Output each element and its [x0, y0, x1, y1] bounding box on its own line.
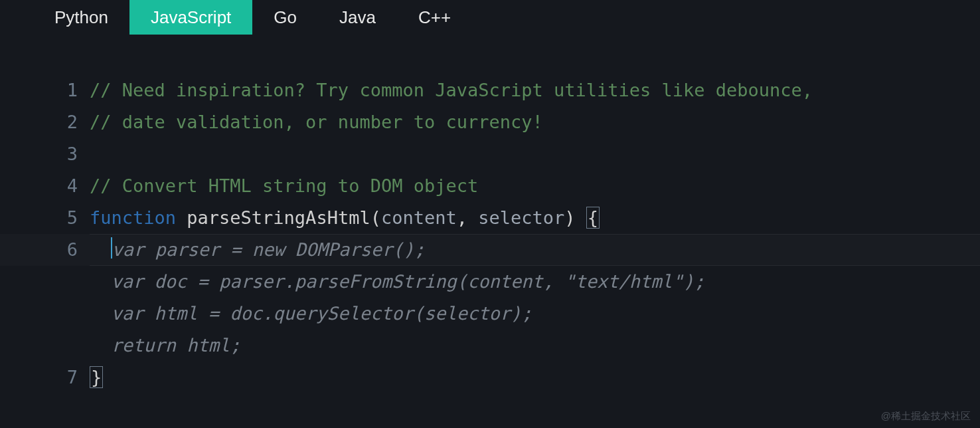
- code-content[interactable]: return html;: [90, 330, 241, 362]
- ai-suggestion: var html = doc.querySelector(selector);: [112, 303, 532, 324]
- line-number: 5: [0, 202, 90, 234]
- code-line[interactable]: 3: [0, 138, 980, 170]
- code-editor[interactable]: 1// Need inspiration? Try common JavaScr…: [0, 35, 980, 393]
- line-number: 3: [0, 138, 90, 170]
- line-number: 6: [0, 234, 90, 266]
- ai-suggestion: return html;: [112, 335, 241, 356]
- tab-python[interactable]: Python: [33, 0, 129, 35]
- code-content[interactable]: // Convert HTML string to DOM object: [90, 170, 478, 202]
- tab-go[interactable]: Go: [252, 0, 318, 35]
- tab-cplusplus[interactable]: C++: [397, 0, 472, 35]
- code-line[interactable]: var doc = parser.parseFromString(content…: [0, 266, 980, 298]
- line-number: 7: [0, 362, 90, 393]
- code-content[interactable]: function parseStringAsHtml(content, sele…: [90, 202, 600, 234]
- code-content[interactable]: // Need inspiration? Try common JavaScri…: [90, 74, 813, 106]
- code-line[interactable]: 2// date validation, or number to curren…: [0, 106, 980, 138]
- code-line[interactable]: var html = doc.querySelector(selector);: [0, 298, 980, 330]
- code-line[interactable]: return html;: [0, 330, 980, 362]
- code-content[interactable]: }: [90, 362, 103, 393]
- code-line[interactable]: 7}: [0, 362, 980, 393]
- code-line[interactable]: 1// Need inspiration? Try common JavaScr…: [0, 74, 980, 106]
- tab-java[interactable]: Java: [318, 0, 397, 35]
- code-line[interactable]: 4// Convert HTML string to DOM object: [0, 170, 980, 202]
- ai-suggestion: var doc = parser.parseFromString(content…: [112, 271, 705, 292]
- code-content[interactable]: var html = doc.querySelector(selector);: [90, 298, 532, 330]
- line-number: 4: [0, 170, 90, 202]
- code-line[interactable]: 6 var parser = new DOMParser();: [0, 234, 980, 266]
- line-number: 2: [0, 106, 90, 138]
- tab-javascript[interactable]: JavaScript: [129, 0, 252, 35]
- language-tabs: PythonJavaScriptGoJavaC++: [0, 0, 980, 35]
- code-content[interactable]: var parser = new DOMParser();: [90, 234, 425, 266]
- code-content[interactable]: // date validation, or number to currenc…: [90, 106, 543, 138]
- ai-suggestion: var parser = new DOMParser();: [112, 239, 425, 260]
- code-line[interactable]: 5function parseStringAsHtml(content, sel…: [0, 202, 980, 234]
- line-number: 1: [0, 74, 90, 106]
- code-content[interactable]: var doc = parser.parseFromString(content…: [90, 266, 705, 298]
- watermark: @稀土掘金技术社区: [881, 410, 971, 423]
